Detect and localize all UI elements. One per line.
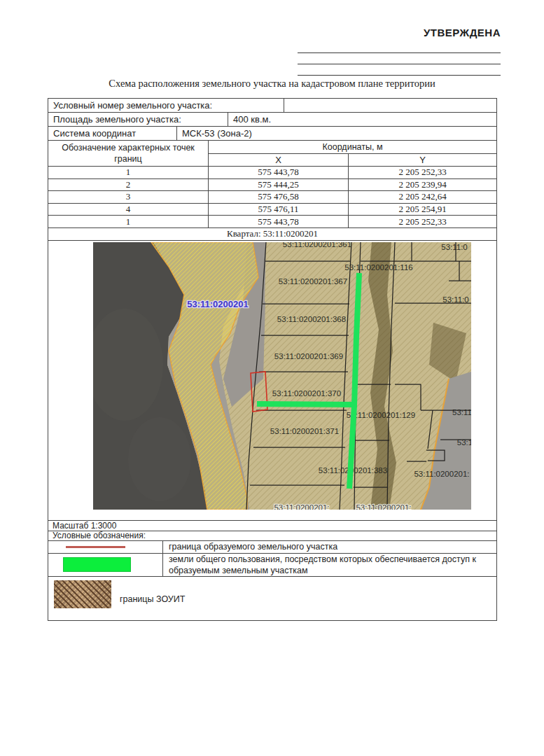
signature-line (298, 53, 501, 64)
coord-system-value: МСК-53 (Зона-2) (177, 127, 496, 140)
legend-swatch-cell (48, 554, 163, 576)
coords-header-group: Координаты, м X Y (209, 141, 496, 166)
point-row: 4 575 476,11 2 205 254,91 (48, 204, 496, 216)
point-row: 3 575 476,58 2 205 242,64 (48, 191, 496, 204)
legend-item-boundary: граница образуемого земельного участка (48, 541, 496, 554)
area-row: Площадь земельного участка: 400 кв.м. (48, 113, 496, 127)
map-parcel-label: 53:11:0200201: (414, 470, 469, 478)
point-row: 1 575 443,78 2 205 252,33 (48, 167, 496, 179)
point-number: 1 (48, 216, 209, 227)
map-parcel-label: 53:11:0200201: (356, 503, 411, 510)
point-x: 575 444,25 (209, 179, 349, 191)
point-number: 1 (48, 167, 209, 178)
coords-xy-header: X Y (209, 154, 496, 166)
legend-swatch-cell (48, 541, 163, 553)
designation-header-line1: Обозначение характерных точек (62, 142, 195, 153)
signature-line (298, 42, 501, 53)
point-x: 575 476,58 (209, 191, 349, 203)
conditional-number-row: Условный номер земельного участка: (48, 99, 496, 113)
point-number: 3 (48, 191, 209, 203)
point-x: 575 443,78 (209, 216, 349, 227)
map-parcel-label: 53:11 (452, 408, 471, 416)
kvartal-row: Квартал: 53:11:0200201 (48, 228, 496, 241)
point-y: 2 205 252,33 (349, 167, 496, 178)
point-y: 2 205 239,94 (349, 179, 496, 191)
legend-item-text: земли общего пользования, посредством ко… (163, 554, 496, 576)
point-y: 2 205 242,64 (349, 191, 496, 203)
approval-stamp: УТВЕРЖДЕНА (424, 27, 501, 38)
coord-system-label: Система координат (48, 127, 177, 140)
map-parcel-label: 53:11:0200201 (187, 299, 248, 309)
conditional-number-value (284, 99, 496, 112)
document-page: УТВЕРЖДЕНА Схема расположения земельного… (0, 0, 544, 756)
map-parcel-label: 53:1 (457, 438, 471, 447)
scale-row: Масштаб 1:3000 (48, 521, 496, 531)
coord-system-row: Система координат МСК-53 (Зона-2) (48, 127, 496, 141)
legend-item-text: граница образуемого земельного участка (163, 541, 496, 553)
designation-header-line2: границ (114, 153, 142, 164)
point-number: 4 (48, 204, 209, 216)
legend-title: Условные обозначения: (48, 531, 496, 541)
y-header: Y (349, 154, 496, 166)
green-access-swatch (64, 558, 130, 571)
map-parcel-label: 53:11:0200201:371 (270, 427, 339, 435)
legend-item-public-access: земли общего пользования, посредством ко… (48, 554, 496, 577)
map-parcel-label: 53:11:0 (442, 295, 469, 304)
map-parcel-label: 53:11:0200201:367 (279, 277, 347, 286)
point-x: 575 443,78 (209, 167, 349, 178)
signature-line (298, 64, 501, 76)
conditional-number-label: Условный номер земельного участка: (48, 99, 284, 112)
point-row: 1 575 443,78 2 205 252,33 (48, 216, 496, 228)
map-parcel-label: 53:11:0200201:370 (272, 389, 341, 398)
point-y: 2 205 254,91 (349, 204, 496, 216)
map-cell: 53:11:0200201:36153:11:053:11:0200201:11… (48, 241, 496, 521)
map-parcel-label: 53:11:0 (441, 243, 468, 251)
page-title: Схема расположения земельного участка на… (0, 78, 544, 90)
legend-item-text: границы ЗОУИТ (120, 594, 185, 604)
signature-lines (298, 42, 501, 76)
points-designation-header: Обозначение характерных точек границ (48, 141, 209, 166)
point-y: 2 205 252,33 (349, 216, 496, 227)
legend-item-zouit: границы ЗОУИТ (48, 577, 496, 620)
coords-header: Координаты, м (209, 141, 496, 154)
x-header: X (209, 154, 349, 166)
cadastral-map: 53:11:0200201:36153:11:053:11:0200201:11… (93, 242, 471, 510)
red-boundary-swatch (66, 546, 125, 548)
map-parcel-label: 53:11:0200201:116 (344, 263, 412, 272)
scheme-table: Условный номер земельного участка: Площа… (48, 98, 497, 621)
map-parcel-label: 53:11:0200201:369 (274, 352, 343, 360)
point-row: 2 575 444,25 2 205 239,94 (48, 179, 496, 192)
map-parcel-label: 53:11:0200201:361 (283, 242, 351, 248)
zouit-hatch-swatch (54, 580, 111, 608)
map-parcel-label: 53:11:0200201:129 (347, 411, 415, 419)
map-parcel-label: 53:11:0200201: (274, 503, 329, 510)
area-label: Площадь земельного участка: (48, 113, 228, 126)
point-number: 2 (48, 179, 209, 191)
map-parcel-label: 53:11:0200201:368 (277, 315, 346, 323)
area-value: 400 кв.м. (228, 113, 496, 126)
point-x: 575 476,11 (209, 204, 349, 216)
points-header-row: Обозначение характерных точек границ Коо… (48, 141, 496, 167)
